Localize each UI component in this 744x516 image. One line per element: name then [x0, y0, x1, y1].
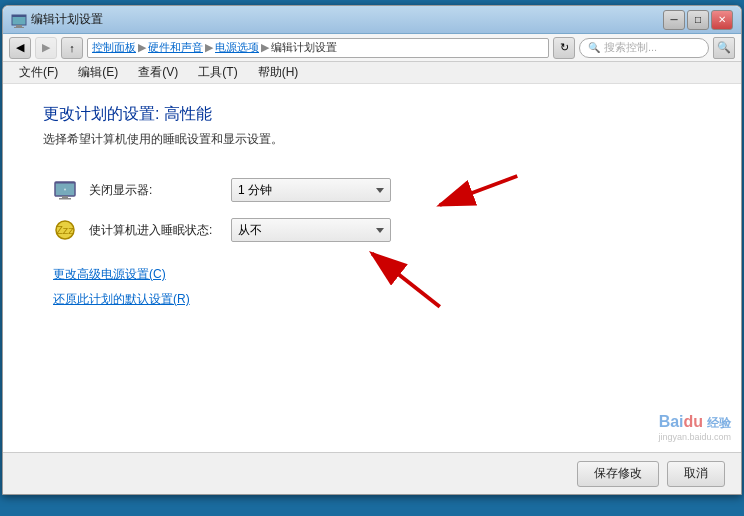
- main-content: 更改计划的设置: 高性能 选择希望计算机使用的睡眠设置和显示设置。 关闭显示器:…: [3, 84, 741, 452]
- sleep-icon: Zzz: [53, 218, 77, 242]
- svg-rect-1: [12, 15, 26, 17]
- menu-file[interactable]: 文件(F): [11, 62, 66, 83]
- window-icon: [11, 12, 27, 28]
- svg-rect-6: [62, 196, 68, 198]
- advanced-settings-link[interactable]: 更改高级电源设置(C): [53, 266, 701, 283]
- path-part-3: 电源选项: [215, 40, 259, 55]
- menu-tools[interactable]: 工具(T): [190, 62, 245, 83]
- path-sep-3: ▶: [261, 41, 269, 54]
- sleep-value: 从不: [238, 222, 262, 239]
- search-button[interactable]: 🔍: [713, 37, 735, 59]
- path-part-4: 编辑计划设置: [271, 40, 337, 55]
- title-bar-buttons: ─ □ ✕: [663, 10, 733, 30]
- svg-point-8: [64, 189, 66, 191]
- baidu-url: jingyan.baidu.com: [658, 432, 731, 442]
- svg-text:Zzz: Zzz: [56, 224, 74, 236]
- path-part-1: 控制面板: [92, 40, 136, 55]
- forward-button[interactable]: ▶: [35, 37, 57, 59]
- path-sep-2: ▶: [205, 41, 213, 54]
- baidu-watermark: Baidu 经验 jingyan.baidu.com: [658, 413, 731, 442]
- display-dropdown[interactable]: 1 分钟: [231, 178, 391, 202]
- links-section: 更改高级电源设置(C) 还原此计划的默认设置(R): [53, 266, 701, 308]
- address-path[interactable]: 控制面板 ▶ 硬件和声音 ▶ 电源选项 ▶ 编辑计划设置: [87, 38, 549, 58]
- menu-edit[interactable]: 编辑(E): [70, 62, 126, 83]
- path-sep-1: ▶: [138, 41, 146, 54]
- search-box[interactable]: 🔍 搜索控制...: [579, 38, 709, 58]
- path-part-2: 硬件和声音: [148, 40, 203, 55]
- page-title: 更改计划的设置: 高性能: [43, 104, 701, 125]
- maximize-button[interactable]: □: [687, 10, 709, 30]
- sleep-setting-row: Zzz 使计算机进入睡眠状态: 从不: [53, 218, 701, 242]
- refresh-button[interactable]: ↻: [553, 37, 575, 59]
- back-button[interactable]: ◀: [9, 37, 31, 59]
- search-icon: 🔍: [588, 42, 600, 53]
- close-button[interactable]: ✕: [711, 10, 733, 30]
- display-label: 关闭显示器:: [89, 182, 219, 199]
- display-value: 1 分钟: [238, 182, 272, 199]
- cancel-button[interactable]: 取消: [667, 461, 725, 487]
- sleep-dropdown-arrow: [376, 228, 384, 233]
- title-bar: 编辑计划设置 ─ □ ✕: [3, 6, 741, 34]
- search-placeholder: 搜索控制...: [604, 40, 657, 55]
- menu-bar: 文件(F) 编辑(E) 查看(V) 工具(T) 帮助(H): [3, 62, 741, 84]
- title-bar-text: 编辑计划设置: [31, 11, 663, 28]
- sleep-label: 使计算机进入睡眠状态:: [89, 222, 219, 239]
- minimize-button[interactable]: ─: [663, 10, 685, 30]
- address-bar: ◀ ▶ ↑ 控制面板 ▶ 硬件和声音 ▶ 电源选项 ▶ 编辑计划设置 ↻ 🔍 搜…: [3, 34, 741, 62]
- baidu-logo-text: Baidu 经验: [659, 413, 731, 432]
- svg-rect-3: [14, 27, 24, 28]
- display-setting-row: 关闭显示器: 1 分钟: [53, 178, 701, 202]
- save-button[interactable]: 保存修改: [577, 461, 659, 487]
- display-dropdown-arrow: [376, 188, 384, 193]
- settings-grid: 关闭显示器: 1 分钟 Zzz 使计算机进入睡眠状态: 从不: [53, 178, 701, 242]
- sleep-dropdown[interactable]: 从不: [231, 218, 391, 242]
- svg-rect-7: [59, 198, 71, 200]
- page-subtitle: 选择希望计算机使用的睡眠设置和显示设置。: [43, 131, 701, 148]
- main-window: 编辑计划设置 ─ □ ✕ ◀ ▶ ↑ 控制面板 ▶ 硬件和声音 ▶ 电源选项 ▶…: [2, 5, 742, 495]
- menu-help[interactable]: 帮助(H): [250, 62, 307, 83]
- bottom-bar: 保存修改 取消: [3, 452, 741, 494]
- monitor-icon: [53, 178, 77, 202]
- up-button[interactable]: ↑: [61, 37, 83, 59]
- menu-view[interactable]: 查看(V): [130, 62, 186, 83]
- svg-rect-2: [16, 25, 22, 27]
- restore-defaults-link[interactable]: 还原此计划的默认设置(R): [53, 291, 701, 308]
- svg-rect-5: [55, 182, 75, 184]
